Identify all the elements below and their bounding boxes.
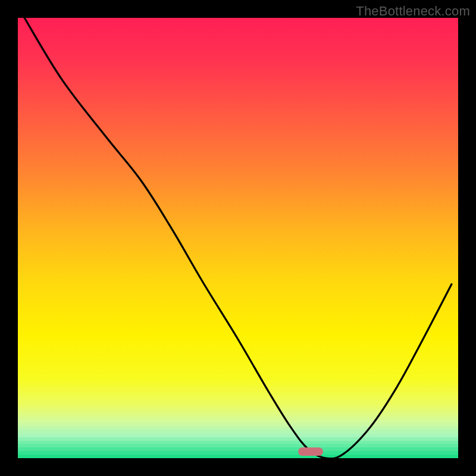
watermark-text: TheBottleneck.com bbox=[356, 4, 470, 19]
optimum-marker bbox=[298, 447, 323, 456]
plot-area bbox=[18, 18, 458, 458]
gradient-background bbox=[18, 18, 458, 458]
chart-frame: TheBottleneck.com bbox=[0, 0, 476, 476]
